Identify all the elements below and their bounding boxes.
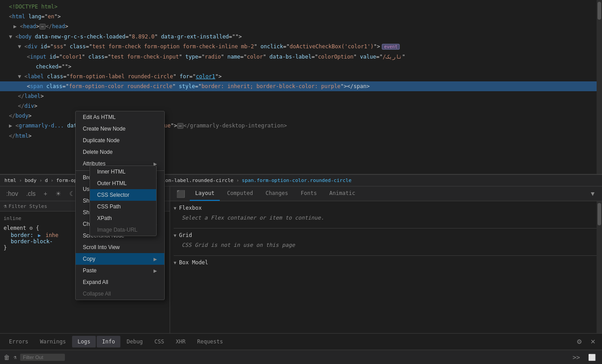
flexbox-section: ▼ Flexbox Select a Flex container or ite… bbox=[174, 205, 598, 221]
settings-icon[interactable]: ⚙ bbox=[574, 336, 585, 347]
flexbox-title: Flexbox bbox=[179, 205, 202, 211]
filter-styles-label: Filter Styles bbox=[9, 203, 47, 209]
html-line[interactable]: ▼ <div id="sss" class="test form-check f… bbox=[0, 42, 602, 52]
menu-item-label: Collapse All bbox=[83, 291, 111, 297]
breadcrumb-item[interactable]: d bbox=[45, 178, 48, 183]
light-mode-icon[interactable]: ☀ bbox=[53, 188, 64, 199]
submenu-item-xpath[interactable]: XPath bbox=[90, 212, 156, 224]
right-panel: ⬛ Layout Computed Changes Fonts Animatic… bbox=[170, 186, 602, 333]
submenu-item-label: CSS Path bbox=[97, 203, 121, 210]
menu-item-delete-node[interactable]: Delete Node bbox=[76, 146, 164, 158]
submenu-item-outer-html[interactable]: Outer HTML bbox=[90, 178, 156, 189]
breadcrumb-separator: › bbox=[51, 178, 54, 183]
filter-row: 🗑 ⚗ >> ⬜ bbox=[0, 350, 602, 364]
filter-icon: ⚗ bbox=[4, 203, 7, 209]
html-line[interactable]: </div> bbox=[0, 101, 602, 111]
console-right-icons: ⚙ ✕ bbox=[574, 336, 602, 347]
close-console-icon[interactable]: ✕ bbox=[588, 336, 598, 347]
add-style-button[interactable]: + bbox=[41, 188, 50, 199]
console-tab-logs[interactable]: Logs bbox=[72, 336, 96, 347]
flexbox-chevron-icon: ▼ bbox=[174, 206, 176, 211]
console-tab-css[interactable]: CSS bbox=[149, 336, 170, 347]
html-line[interactable]: ▼ <label class="form-option-label rounde… bbox=[0, 72, 602, 81]
html-line[interactable]: <!DOCTYPE html> bbox=[0, 2, 602, 12]
submenu-item-label: Outer HTML bbox=[97, 180, 127, 186]
trash-icon[interactable]: 🗑 bbox=[4, 354, 10, 361]
hov-button[interactable]: :hov bbox=[4, 188, 21, 199]
event-badge[interactable]: event bbox=[382, 44, 400, 50]
submenu-item-image-data-url[interactable]: Image Data-URL bbox=[90, 224, 156, 236]
menu-item-label: Delete Node bbox=[83, 149, 113, 155]
tab-layout[interactable]: Layout bbox=[190, 186, 220, 201]
submenu-item-css-selector[interactable]: CSS Selector bbox=[90, 189, 156, 201]
console-tab-warnings[interactable]: Warnings bbox=[34, 336, 71, 347]
html-line[interactable]: ▶ <head>⋯</head> bbox=[0, 21, 602, 32]
menu-item-create-new-node[interactable]: Create New Node bbox=[76, 123, 164, 135]
tab-animatic[interactable]: Animatic bbox=[324, 186, 361, 201]
tabs-bar: ⬛ Layout Computed Changes Fonts Animatic… bbox=[170, 186, 602, 201]
grid-header[interactable]: ▼ Grid bbox=[174, 232, 598, 238]
breadcrumb-item[interactable]: html bbox=[4, 178, 17, 183]
html-line[interactable]: ▼ <body data-new-gr-c-s-check-loaded="8.… bbox=[0, 32, 602, 42]
html-scrollbar-thumb bbox=[598, 2, 601, 20]
submenu-item-inner-html[interactable]: Inner HTML bbox=[90, 166, 156, 178]
console-tabs: Errors Warnings Logs Info Debug CSS XHR … bbox=[0, 334, 574, 350]
console-tab-requests[interactable]: Requests bbox=[192, 336, 228, 347]
submenu-item-css-path[interactable]: CSS Path bbox=[90, 201, 156, 212]
flexbox-header[interactable]: ▼ Flexbox bbox=[174, 205, 598, 211]
grid-section: ▼ Grid CSS Grid is not in use on this pa… bbox=[174, 232, 598, 248]
sidebar-icon[interactable]: ⬜ bbox=[585, 352, 598, 363]
grid-hint-text: CSS Grid is not in use on this page bbox=[174, 242, 598, 248]
panel-scrollbar[interactable] bbox=[597, 201, 602, 333]
grid-chevron-icon: ▼ bbox=[174, 233, 176, 238]
html-scrollbar[interactable] bbox=[597, 0, 602, 174]
css-arrow-icon: ▶ bbox=[38, 233, 41, 238]
tab-computed[interactable]: Computed bbox=[222, 186, 258, 201]
submenu-item-label: Image Data-URL bbox=[97, 227, 137, 233]
layout-panel-content: ▼ Flexbox Select a Flex container or ite… bbox=[170, 201, 602, 333]
tab-fonts[interactable]: Fonts bbox=[295, 186, 322, 201]
filter-icon: ⚗ bbox=[13, 354, 17, 360]
html-line-selected[interactable]: <span class="form-option-color rounded-c… bbox=[0, 81, 602, 91]
section-divider bbox=[174, 255, 598, 256]
console-tab-xhr[interactable]: XHR bbox=[171, 336, 191, 347]
html-line[interactable]: <html lang="en"> bbox=[0, 12, 602, 21]
menu-item-label: Scroll Into View bbox=[83, 244, 120, 250]
html-line[interactable]: </label> bbox=[0, 91, 602, 101]
filter-out-input[interactable] bbox=[20, 354, 65, 361]
console-tab-debug[interactable]: Debug bbox=[121, 336, 148, 347]
menu-item-label: Paste bbox=[83, 267, 97, 274]
menu-item-expand-all[interactable]: Expand All bbox=[76, 276, 164, 288]
menu-item-collapse-all[interactable]: Collapse All bbox=[76, 288, 164, 300]
menu-item-label: Expand All bbox=[83, 279, 108, 285]
breadcrumb-item-selected[interactable]: span.form-option-color.rounded-circle bbox=[242, 178, 351, 183]
doctype-text: <!DOCTYPE html> bbox=[9, 4, 57, 10]
box-model-title: Box Model bbox=[179, 259, 208, 266]
submenu-arrow-icon: ▶ bbox=[154, 268, 157, 273]
breadcrumb-item[interactable]: body bbox=[25, 178, 37, 183]
submenu-item-label: XPath bbox=[97, 215, 112, 221]
menu-item-duplicate-node[interactable]: Duplicate Node bbox=[76, 135, 164, 146]
html-line[interactable]: checked=""> bbox=[0, 62, 602, 72]
menu-item-edit-as-html[interactable]: Edit As HTML bbox=[76, 111, 164, 123]
console-bar: Errors Warnings Logs Info Debug CSS XHR … bbox=[0, 333, 602, 350]
menu-item-label: Duplicate Node bbox=[83, 137, 120, 144]
menu-item-copy[interactable]: Copy ▶ bbox=[76, 253, 164, 265]
menu-item-label: Copy bbox=[83, 256, 95, 262]
html-line[interactable]: <input id="color1" class="test form-chec… bbox=[0, 52, 602, 62]
menu-item-paste[interactable]: Paste ▶ bbox=[76, 265, 164, 276]
expand-more-icon[interactable]: >> bbox=[572, 354, 580, 361]
box-model-header[interactable]: ▼ Box Model bbox=[174, 259, 598, 266]
devtools-icon-button[interactable]: ⬛ bbox=[174, 188, 188, 200]
menu-item-label: Create New Node bbox=[83, 126, 125, 132]
box-model-chevron-icon: ▼ bbox=[174, 260, 176, 265]
menu-item-scroll-into-view[interactable]: Scroll Into View bbox=[76, 241, 164, 253]
cls-button[interactable]: .cls bbox=[23, 188, 38, 199]
tab-changes[interactable]: Changes bbox=[260, 186, 294, 201]
flexbox-hint-text: Select a Flex container or item to conti… bbox=[174, 215, 598, 221]
console-tab-errors[interactable]: Errors bbox=[4, 336, 34, 347]
menu-item-label: Edit As HTML bbox=[83, 114, 115, 120]
more-tabs-icon[interactable]: ▼ bbox=[587, 188, 598, 199]
console-tab-info[interactable]: Info bbox=[97, 336, 120, 347]
submenu-item-label: CSS Selector bbox=[97, 192, 129, 198]
